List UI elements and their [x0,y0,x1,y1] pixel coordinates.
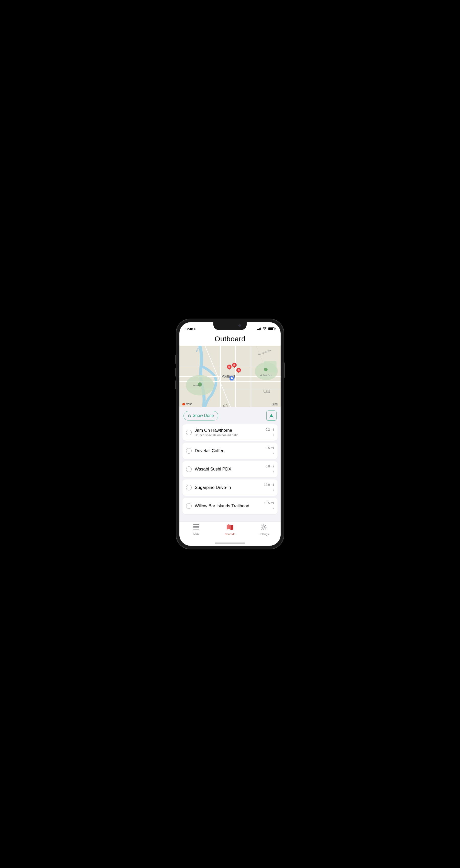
navigate-icon [269,413,274,418]
list-item[interactable]: Sugarpine Drive-In 12.9 mi › [182,479,278,496]
item-chevron-4: › [273,488,274,492]
tab-settings[interactable]: Settings [247,524,281,536]
map-area[interactable]: NE Sandy Blvd 205 43 Portland on Park Mt… [179,346,281,407]
status-icons [257,327,275,331]
item-right-1: 0.2 mi › [265,428,274,437]
item-subtitle-1: Brunch specials on heated patio [195,433,262,437]
svg-point-28 [233,364,235,366]
svg-rect-39 [193,527,199,528]
item-distance-4: 12.9 mi [264,483,274,487]
map-legal: Legal [272,403,278,405]
lists-icon [193,524,199,531]
signal-icon [257,327,261,330]
item-radio-5[interactable] [186,503,192,509]
main-content: ⊙ Show Done Jam On Hawthorne Brunch spec… [179,407,281,522]
tab-lists-label: Lists [194,532,199,535]
item-radio-2[interactable] [186,448,192,454]
list-item[interactable]: Wasabi Sushi PDX 0.8 mi › [182,461,278,477]
phone-frame: 3:48 ▸ [176,319,284,549]
item-distance-1: 0.2 mi [265,428,274,431]
places-list: Jam On Hawthorne Brunch specials on heat… [179,423,281,518]
item-distance-3: 0.8 mi [265,465,274,468]
item-radio-3[interactable] [186,466,192,472]
svg-point-44 [263,526,265,528]
item-content-1: Jam On Hawthorne Brunch specials on heat… [195,428,262,437]
svg-line-51 [265,525,266,526]
svg-point-25 [228,366,230,368]
item-radio-1[interactable] [186,430,192,435]
front-camera [238,324,241,327]
tab-settings-label: Settings [259,532,269,536]
apple-logo: 🍎 [182,403,185,405]
item-right-2: 0.5 mi › [265,446,274,456]
item-chevron-1: › [273,432,274,437]
item-right-3: 0.8 mi › [265,465,274,474]
item-chevron-2: › [273,451,274,456]
item-right-5: 16.5 mi › [264,501,274,510]
item-radio-4[interactable] [186,485,192,490]
item-title-3: Wasabi Sushi PDX [195,467,262,472]
svg-point-21 [264,368,267,371]
gear-icon [261,524,266,531]
item-chevron-3: › [273,469,274,474]
tab-bar: Lists Near Me [179,522,281,542]
item-title-4: Sugarpine Drive-In [195,485,261,490]
item-content-4: Sugarpine Drive-In [195,485,261,490]
home-indicator [215,542,245,544]
tab-near-me[interactable]: Near Me [213,524,247,536]
checkmark-icon: ⊙ [188,413,191,418]
svg-text:on Park: on Park [194,384,200,386]
item-distance-5: 16.5 mi [264,501,274,505]
item-content-5: Willow Bar Islands Trailhead [195,503,261,508]
item-content-3: Wasabi Sushi PDX [195,467,262,472]
tab-near-me-label: Near Me [225,532,235,536]
notch [213,322,247,330]
svg-text:Mt. Tabor Park: Mt. Tabor Park [260,374,272,376]
item-chevron-5: › [273,506,274,510]
list-item[interactable]: Jam On Hawthorne Brunch specials on heat… [182,424,278,441]
svg-line-50 [265,529,266,529]
show-done-button[interactable]: ⊙ Show Done [183,411,218,421]
item-distance-2: 0.5 mi [265,446,274,450]
map-svg: NE Sandy Blvd 205 43 Portland on Park Mt… [179,346,281,407]
navigation-arrow: ▸ [195,327,196,331]
item-title-1: Jam On Hawthorne [195,428,262,433]
item-right-4: 12.9 mi › [264,483,274,492]
item-content-2: Dovetail Coffee [195,448,262,454]
svg-point-31 [238,369,240,371]
svg-line-49 [262,525,262,526]
svg-rect-38 [193,526,199,527]
list-item[interactable]: Willow Bar Islands Trailhead 16.5 mi › [182,498,278,514]
svg-rect-37 [193,524,199,525]
list-item[interactable]: Dovetail Coffee 0.5 mi › [182,443,278,459]
phone-screen: 3:48 ▸ [179,322,281,546]
svg-marker-42 [227,524,229,529]
location-button[interactable] [266,410,277,421]
map-icon [227,524,233,531]
svg-marker-36 [269,413,274,418]
svg-text:205: 205 [266,390,270,392]
svg-line-52 [262,529,262,529]
toolbar: ⊙ Show Done [179,407,281,423]
tab-lists[interactable]: Lists [179,524,213,535]
status-time: 3:48 ▸ [185,327,196,331]
svg-point-34 [231,377,233,379]
app-title: Outboard [179,333,281,346]
battery-icon [268,327,275,330]
map-attribution: 🍎 Maps [182,403,192,405]
item-title-5: Willow Bar Islands Trailhead [195,503,261,508]
svg-marker-43 [231,525,233,530]
svg-rect-40 [193,529,199,529]
item-title-2: Dovetail Coffee [195,448,262,454]
wifi-icon [263,327,267,331]
svg-text:43: 43 [224,405,226,407]
